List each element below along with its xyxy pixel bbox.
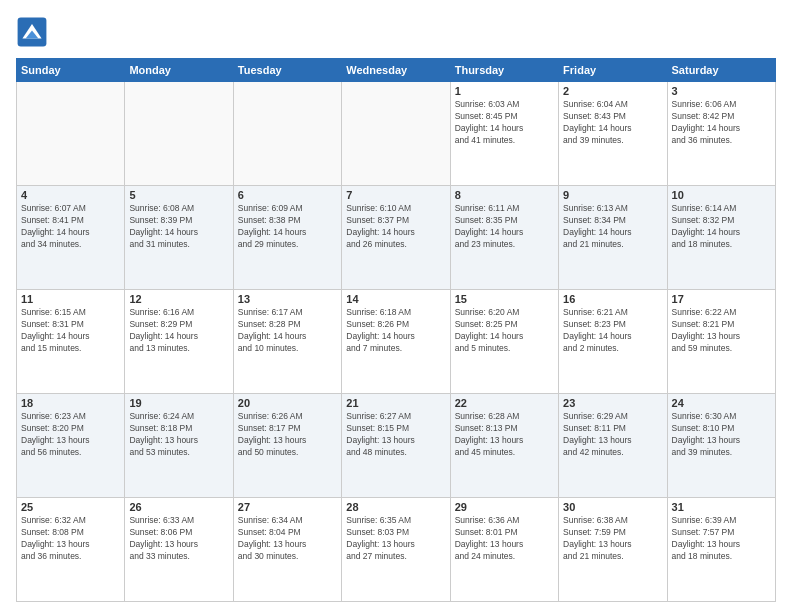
logo (16, 16, 52, 48)
calendar-cell (233, 82, 341, 186)
calendar-cell: 18Sunrise: 6:23 AM Sunset: 8:20 PM Dayli… (17, 394, 125, 498)
day-info: Sunrise: 6:36 AM Sunset: 8:01 PM Dayligh… (455, 515, 554, 563)
day-number: 4 (21, 189, 120, 201)
day-number: 12 (129, 293, 228, 305)
day-number: 18 (21, 397, 120, 409)
calendar-week: 25Sunrise: 6:32 AM Sunset: 8:08 PM Dayli… (17, 498, 776, 602)
day-info: Sunrise: 6:27 AM Sunset: 8:15 PM Dayligh… (346, 411, 445, 459)
calendar-cell: 30Sunrise: 6:38 AM Sunset: 7:59 PM Dayli… (559, 498, 667, 602)
day-info: Sunrise: 6:28 AM Sunset: 8:13 PM Dayligh… (455, 411, 554, 459)
day-number: 10 (672, 189, 771, 201)
day-number: 17 (672, 293, 771, 305)
day-info: Sunrise: 6:35 AM Sunset: 8:03 PM Dayligh… (346, 515, 445, 563)
day-info: Sunrise: 6:34 AM Sunset: 8:04 PM Dayligh… (238, 515, 337, 563)
weekday-header: Thursday (450, 59, 558, 82)
calendar-cell: 15Sunrise: 6:20 AM Sunset: 8:25 PM Dayli… (450, 290, 558, 394)
day-number: 20 (238, 397, 337, 409)
day-number: 26 (129, 501, 228, 513)
day-info: Sunrise: 6:21 AM Sunset: 8:23 PM Dayligh… (563, 307, 662, 355)
weekday-header: Sunday (17, 59, 125, 82)
day-info: Sunrise: 6:09 AM Sunset: 8:38 PM Dayligh… (238, 203, 337, 251)
calendar-header: SundayMondayTuesdayWednesdayThursdayFrid… (17, 59, 776, 82)
calendar-cell: 25Sunrise: 6:32 AM Sunset: 8:08 PM Dayli… (17, 498, 125, 602)
calendar-cell (125, 82, 233, 186)
weekday-header: Wednesday (342, 59, 450, 82)
calendar-cell: 2Sunrise: 6:04 AM Sunset: 8:43 PM Daylig… (559, 82, 667, 186)
calendar-cell: 27Sunrise: 6:34 AM Sunset: 8:04 PM Dayli… (233, 498, 341, 602)
calendar: SundayMondayTuesdayWednesdayThursdayFrid… (16, 58, 776, 602)
day-info: Sunrise: 6:22 AM Sunset: 8:21 PM Dayligh… (672, 307, 771, 355)
weekday-row: SundayMondayTuesdayWednesdayThursdayFrid… (17, 59, 776, 82)
calendar-cell: 24Sunrise: 6:30 AM Sunset: 8:10 PM Dayli… (667, 394, 775, 498)
day-info: Sunrise: 6:33 AM Sunset: 8:06 PM Dayligh… (129, 515, 228, 563)
calendar-cell: 20Sunrise: 6:26 AM Sunset: 8:17 PM Dayli… (233, 394, 341, 498)
day-info: Sunrise: 6:18 AM Sunset: 8:26 PM Dayligh… (346, 307, 445, 355)
calendar-week: 4Sunrise: 6:07 AM Sunset: 8:41 PM Daylig… (17, 186, 776, 290)
weekday-header: Friday (559, 59, 667, 82)
day-info: Sunrise: 6:17 AM Sunset: 8:28 PM Dayligh… (238, 307, 337, 355)
calendar-cell: 31Sunrise: 6:39 AM Sunset: 7:57 PM Dayli… (667, 498, 775, 602)
day-info: Sunrise: 6:15 AM Sunset: 8:31 PM Dayligh… (21, 307, 120, 355)
day-info: Sunrise: 6:11 AM Sunset: 8:35 PM Dayligh… (455, 203, 554, 251)
day-number: 19 (129, 397, 228, 409)
calendar-cell: 22Sunrise: 6:28 AM Sunset: 8:13 PM Dayli… (450, 394, 558, 498)
day-number: 11 (21, 293, 120, 305)
logo-icon (16, 16, 48, 48)
day-number: 22 (455, 397, 554, 409)
calendar-week: 1Sunrise: 6:03 AM Sunset: 8:45 PM Daylig… (17, 82, 776, 186)
day-number: 6 (238, 189, 337, 201)
day-number: 7 (346, 189, 445, 201)
day-info: Sunrise: 6:07 AM Sunset: 8:41 PM Dayligh… (21, 203, 120, 251)
day-info: Sunrise: 6:08 AM Sunset: 8:39 PM Dayligh… (129, 203, 228, 251)
day-number: 30 (563, 501, 662, 513)
day-info: Sunrise: 6:13 AM Sunset: 8:34 PM Dayligh… (563, 203, 662, 251)
day-info: Sunrise: 6:14 AM Sunset: 8:32 PM Dayligh… (672, 203, 771, 251)
day-info: Sunrise: 6:24 AM Sunset: 8:18 PM Dayligh… (129, 411, 228, 459)
day-number: 13 (238, 293, 337, 305)
calendar-cell: 19Sunrise: 6:24 AM Sunset: 8:18 PM Dayli… (125, 394, 233, 498)
calendar-cell: 1Sunrise: 6:03 AM Sunset: 8:45 PM Daylig… (450, 82, 558, 186)
calendar-week: 18Sunrise: 6:23 AM Sunset: 8:20 PM Dayli… (17, 394, 776, 498)
calendar-cell (17, 82, 125, 186)
day-info: Sunrise: 6:30 AM Sunset: 8:10 PM Dayligh… (672, 411, 771, 459)
calendar-cell: 17Sunrise: 6:22 AM Sunset: 8:21 PM Dayli… (667, 290, 775, 394)
day-info: Sunrise: 6:03 AM Sunset: 8:45 PM Dayligh… (455, 99, 554, 147)
day-number: 23 (563, 397, 662, 409)
day-info: Sunrise: 6:20 AM Sunset: 8:25 PM Dayligh… (455, 307, 554, 355)
calendar-cell: 28Sunrise: 6:35 AM Sunset: 8:03 PM Dayli… (342, 498, 450, 602)
calendar-cell: 29Sunrise: 6:36 AM Sunset: 8:01 PM Dayli… (450, 498, 558, 602)
calendar-cell: 4Sunrise: 6:07 AM Sunset: 8:41 PM Daylig… (17, 186, 125, 290)
day-number: 9 (563, 189, 662, 201)
day-number: 28 (346, 501, 445, 513)
calendar-week: 11Sunrise: 6:15 AM Sunset: 8:31 PM Dayli… (17, 290, 776, 394)
calendar-cell: 5Sunrise: 6:08 AM Sunset: 8:39 PM Daylig… (125, 186, 233, 290)
day-info: Sunrise: 6:10 AM Sunset: 8:37 PM Dayligh… (346, 203, 445, 251)
calendar-cell: 7Sunrise: 6:10 AM Sunset: 8:37 PM Daylig… (342, 186, 450, 290)
calendar-cell: 23Sunrise: 6:29 AM Sunset: 8:11 PM Dayli… (559, 394, 667, 498)
day-number: 31 (672, 501, 771, 513)
day-number: 15 (455, 293, 554, 305)
day-number: 8 (455, 189, 554, 201)
calendar-cell: 21Sunrise: 6:27 AM Sunset: 8:15 PM Dayli… (342, 394, 450, 498)
calendar-cell: 10Sunrise: 6:14 AM Sunset: 8:32 PM Dayli… (667, 186, 775, 290)
weekday-header: Monday (125, 59, 233, 82)
day-info: Sunrise: 6:26 AM Sunset: 8:17 PM Dayligh… (238, 411, 337, 459)
day-info: Sunrise: 6:38 AM Sunset: 7:59 PM Dayligh… (563, 515, 662, 563)
day-number: 5 (129, 189, 228, 201)
day-info: Sunrise: 6:16 AM Sunset: 8:29 PM Dayligh… (129, 307, 228, 355)
day-number: 29 (455, 501, 554, 513)
day-info: Sunrise: 6:39 AM Sunset: 7:57 PM Dayligh… (672, 515, 771, 563)
weekday-header: Tuesday (233, 59, 341, 82)
day-number: 14 (346, 293, 445, 305)
day-info: Sunrise: 6:06 AM Sunset: 8:42 PM Dayligh… (672, 99, 771, 147)
calendar-cell: 6Sunrise: 6:09 AM Sunset: 8:38 PM Daylig… (233, 186, 341, 290)
day-number: 25 (21, 501, 120, 513)
page: SundayMondayTuesdayWednesdayThursdayFrid… (0, 0, 792, 612)
day-number: 1 (455, 85, 554, 97)
calendar-cell: 26Sunrise: 6:33 AM Sunset: 8:06 PM Dayli… (125, 498, 233, 602)
day-number: 27 (238, 501, 337, 513)
day-info: Sunrise: 6:32 AM Sunset: 8:08 PM Dayligh… (21, 515, 120, 563)
day-info: Sunrise: 6:04 AM Sunset: 8:43 PM Dayligh… (563, 99, 662, 147)
calendar-cell: 14Sunrise: 6:18 AM Sunset: 8:26 PM Dayli… (342, 290, 450, 394)
header (16, 16, 776, 48)
